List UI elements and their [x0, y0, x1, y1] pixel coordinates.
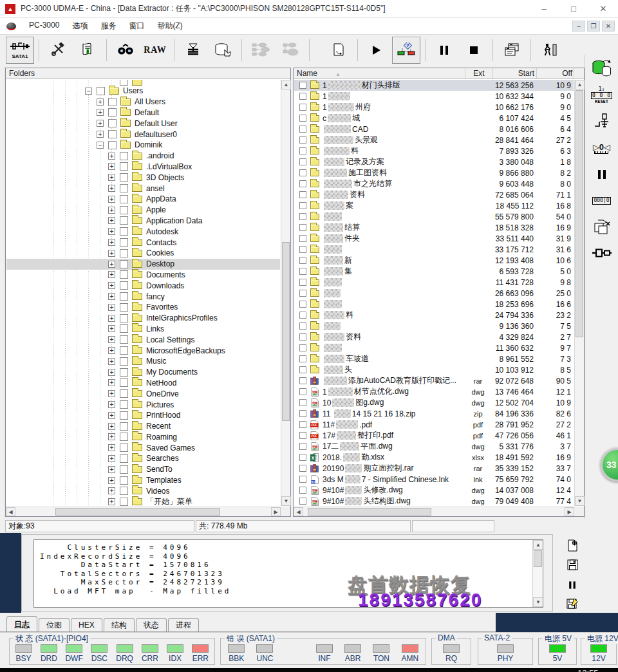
- file-row[interactable]: 头景观28 841 46427 2: [294, 135, 574, 145]
- file-checkbox[interactable]: [299, 410, 306, 417]
- tree-item-printhood[interactable]: +PrintHood: [6, 410, 280, 421]
- tree-checkbox[interactable]: [120, 227, 128, 236]
- file-checkbox[interactable]: [299, 388, 306, 395]
- file-row[interactable]: 资料72 685 06471 1: [294, 189, 574, 200]
- file-row[interactable]: 9#10#头结构图.dwgdwg79 049 40877 4: [294, 496, 574, 506]
- exit-button[interactable]: [536, 37, 564, 64]
- tree-checkbox[interactable]: [120, 346, 128, 355]
- file-row[interactable]: 55 579 80054 0: [294, 211, 574, 222]
- tree-checkbox[interactable]: [108, 141, 117, 149]
- file-checkbox[interactable]: [299, 443, 306, 450]
- menu-item-4[interactable]: 帮助(Z): [151, 21, 189, 32]
- start-button[interactable]: [362, 37, 391, 64]
- stop-button[interactable]: [460, 37, 488, 64]
- file-checkbox[interactable]: [299, 322, 306, 330]
- tree-horizontal-scrollbar[interactable]: ◀ ▶: [6, 507, 281, 516]
- tree-checkbox[interactable]: [120, 162, 128, 171]
- file-checkbox[interactable]: [299, 191, 306, 198]
- reset-button[interactable]: 1↓0 0 0RESET: [589, 85, 615, 106]
- new-log-button[interactable]: [565, 539, 580, 554]
- tree-checkbox[interactable]: [108, 98, 117, 106]
- tree-checkbox[interactable]: [120, 378, 128, 387]
- menu-item-1[interactable]: 选项: [66, 21, 94, 32]
- file-row[interactable]: 33 175 71231 6: [294, 244, 574, 255]
- file-row[interactable]: 11 431 7289 8: [294, 277, 574, 288]
- tree-expand-icon[interactable]: +: [108, 325, 115, 332]
- tree-expand-icon[interactable]: +: [108, 390, 115, 397]
- recalibrate-button[interactable]: ▷0◁: [589, 138, 615, 158]
- tree-item--开始-菜单[interactable]: +「开始」菜单: [6, 496, 280, 506]
- file-checkbox[interactable]: [299, 246, 306, 253]
- tree-checkbox[interactable]: [120, 238, 128, 247]
- tree-item-desktop[interactable]: +Desktop: [6, 259, 280, 270]
- file-checkbox[interactable]: [299, 498, 306, 505]
- file-checkbox[interactable]: [299, 126, 306, 133]
- files-vertical-scrollbar[interactable]: ▲ ▼: [574, 80, 584, 506]
- file-row[interactable]: 20190期立面控制.rarrar35 339 15233 7: [294, 463, 574, 474]
- edit-log-button[interactable]: [565, 597, 580, 611]
- scroll-thumb[interactable]: [282, 242, 290, 421]
- tree-expand-icon[interactable]: +: [108, 282, 115, 289]
- tree-expand-icon[interactable]: +: [108, 498, 115, 505]
- tree-checkbox[interactable]: [120, 314, 128, 322]
- tab-hex[interactable]: HEX: [71, 618, 102, 632]
- file-row[interactable]: 案18 455 11216 8: [294, 200, 574, 211]
- decision-mode-button[interactable]: ?: [392, 37, 420, 64]
- file-checkbox[interactable]: [299, 224, 306, 231]
- tree-item-fancy[interactable]: +fancy: [6, 291, 280, 302]
- tree-item-intelgraphicsprofiles[interactable]: +IntelGraphicsProfiles: [6, 313, 280, 324]
- menu-item-pc3000[interactable]: PC-3000: [23, 21, 66, 32]
- file-checkbox[interactable]: [299, 487, 306, 494]
- tools-button[interactable]: [44, 37, 72, 64]
- tree-checkbox[interactable]: [120, 400, 128, 409]
- tree-checkbox[interactable]: [120, 173, 128, 182]
- scroll-down-icon[interactable]: ▼: [575, 496, 585, 506]
- tree-checkbox[interactable]: [120, 260, 128, 268]
- tree-item-cookies[interactable]: +Cookies: [6, 248, 280, 259]
- tree-expand-icon[interactable]: +: [97, 109, 104, 116]
- scroll-thumb[interactable]: [576, 90, 583, 337]
- column-header-name[interactable]: Name▲: [294, 68, 465, 79]
- file-row[interactable]: 9#10#头修改.dwgdwg14 037 00812 4: [294, 485, 574, 496]
- tree-expand-icon[interactable]: +: [108, 444, 115, 451]
- file-row[interactable]: 结算18 518 32816 9: [294, 222, 574, 233]
- tree-expand-icon[interactable]: +: [108, 433, 115, 440]
- file-checkbox[interactable]: [299, 158, 306, 165]
- tree-checkbox[interactable]: [120, 184, 128, 192]
- tree-item-templates[interactable]: +Templates: [6, 475, 280, 486]
- tree-item-dominik[interactable]: −Dominik: [6, 140, 280, 151]
- tree-checkbox[interactable]: [120, 324, 128, 333]
- scroll-thumb[interactable]: [308, 508, 431, 516]
- tree-item-ansel[interactable]: +ansel: [6, 183, 280, 194]
- tree-expand-icon[interactable]: +: [108, 196, 115, 203]
- tree-item-nethood[interactable]: +NetHood: [6, 378, 280, 389]
- tree-item--android[interactable]: +.android: [6, 151, 280, 162]
- file-row[interactable]: 1材门头排版12 563 25610 9: [294, 80, 574, 91]
- tree-expand-icon[interactable]: +: [97, 120, 104, 127]
- tree-item-documents[interactable]: +Documents: [6, 270, 280, 281]
- tree-item-3d-objects[interactable]: +3D Objects: [6, 172, 280, 183]
- tree-checkbox[interactable]: [120, 281, 128, 290]
- tree-item-apple[interactable]: +Apple: [6, 205, 280, 216]
- raw-recovery-button[interactable]: RAW: [141, 37, 169, 64]
- scroll-thumb[interactable]: [534, 550, 542, 567]
- file-row[interactable]: 9 136 3607 5: [294, 321, 574, 331]
- file-row[interactable]: 料7 893 3266 3: [294, 145, 574, 156]
- scroll-down-icon[interactable]: ▼: [281, 496, 291, 506]
- tree-checkbox[interactable]: [120, 270, 128, 279]
- file-row[interactable]: 施工图资料9 866 8808 2: [294, 167, 574, 178]
- file-row[interactable]: 集6 593 7285 0: [294, 266, 574, 277]
- file-checkbox[interactable]: [299, 268, 306, 275]
- tree-expand-icon[interactable]: +: [108, 358, 115, 365]
- tree-item-autodesk[interactable]: +Autodesk: [6, 226, 280, 237]
- file-checkbox[interactable]: [299, 476, 306, 483]
- file-row[interactable]: 件夹33 511 44031 9: [294, 233, 574, 244]
- column-header-ext[interactable]: Ext: [465, 68, 493, 79]
- file-row[interactable]: 1州府10 662 1769 0: [294, 102, 574, 113]
- tree-checkbox[interactable]: [120, 389, 128, 398]
- tree-checkbox[interactable]: [120, 465, 128, 474]
- file-row[interactable]: 记录及方案3 380 0481 8: [294, 156, 574, 167]
- pause-log-button[interactable]: [565, 578, 580, 592]
- tree-expand-icon[interactable]: +: [108, 466, 115, 473]
- file-checkbox[interactable]: [299, 399, 306, 406]
